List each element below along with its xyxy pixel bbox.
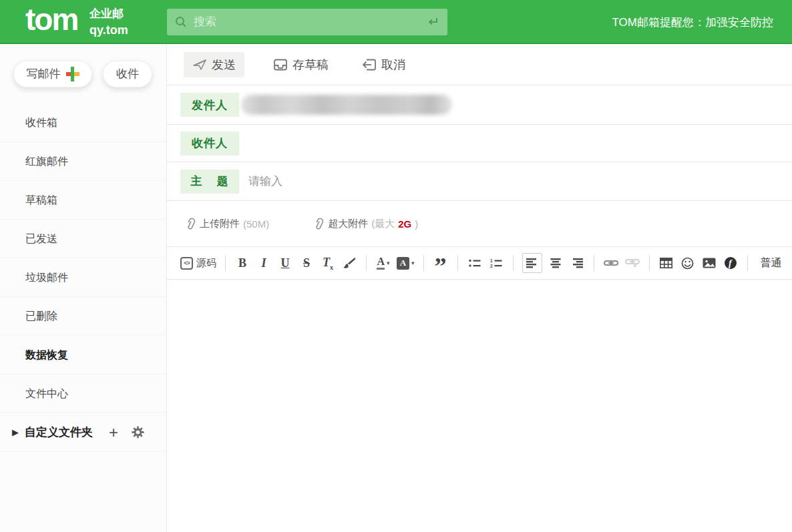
cancel-back-icon	[362, 58, 377, 71]
upload-attachment-label: 上传附件	[200, 218, 240, 230]
custom-folder-label[interactable]: 自定义文件夹	[25, 425, 93, 440]
from-field-row: 发件人	[167, 85, 792, 125]
large-attachment-label: 超大附件	[328, 218, 368, 230]
sidebar-item-data-recovery[interactable]: 数据恢复	[0, 336, 166, 374]
large-attachment-button[interactable]: 超大附件 (最大 2G )	[313, 218, 418, 230]
sidebar-item-drafts[interactable]: 草稿箱	[0, 181, 166, 220]
align-left-button[interactable]	[522, 253, 542, 273]
sidebar-item-file-center[interactable]: 文件中心	[0, 374, 166, 413]
toolbar-separator	[457, 255, 458, 271]
chevron-down-icon: ▾	[387, 260, 390, 266]
to-field-row[interactable]: 收件人	[167, 125, 792, 162]
insert-table-button[interactable]	[658, 253, 674, 273]
app-header: tom 企业邮 qy.tom TOM邮箱提醒您：加强安全防控	[0, 0, 792, 44]
flash-icon: f	[724, 256, 737, 270]
background-color-button[interactable]: A ▾	[397, 253, 415, 273]
paragraph-format-dropdown[interactable]: 普通	[761, 256, 782, 270]
strikethrough-button[interactable]: S	[299, 253, 315, 273]
image-icon	[703, 258, 716, 268]
brand-line2: qy.tom	[89, 22, 128, 38]
align-right-button[interactable]	[569, 253, 585, 273]
bold-button[interactable]: B	[234, 253, 250, 273]
upload-attachment-button[interactable]: 上传附件 (50M)	[185, 218, 269, 230]
compose-mail-button[interactable]: 写邮件	[13, 61, 92, 87]
insert-link-button[interactable]	[603, 253, 619, 273]
compose-row: 写邮件 收件	[0, 44, 166, 103]
sidebar: 写邮件 收件 收件箱 红旗邮件 草稿箱 已发送 垃圾邮件 已删除 数据恢复 文件…	[0, 44, 167, 532]
brand-line1: 企业邮	[89, 7, 128, 22]
cancel-label: 取消	[381, 57, 405, 73]
table-icon	[660, 258, 672, 268]
paperclip-icon	[185, 218, 196, 230]
numbered-list-button[interactable]: 1 2	[488, 253, 504, 273]
add-folder-icon[interactable]: +	[109, 423, 118, 442]
source-code-label: 源码	[196, 257, 216, 270]
smiley-icon	[681, 257, 694, 270]
numbered-list-icon: 1 2	[490, 258, 502, 268]
search-box[interactable]	[167, 9, 447, 35]
large-attachment-limit-suffix: )	[415, 218, 418, 230]
search-icon	[175, 16, 187, 28]
sender-address-redacted[interactable]	[241, 95, 452, 115]
to-label: 收件人	[180, 131, 239, 156]
compose-action-bar: 发送 存草稿 取消	[167, 44, 792, 85]
compose-label: 写邮件	[27, 66, 61, 81]
unlink-icon	[625, 258, 640, 268]
subject-input[interactable]	[248, 175, 582, 188]
send-label: 发送	[212, 57, 236, 73]
sidebar-item-spam[interactable]: 垃圾邮件	[0, 258, 166, 297]
compose-plus-icon	[66, 67, 79, 81]
sidebar-item-deleted[interactable]: 已删除	[0, 297, 166, 336]
svg-text:2: 2	[490, 264, 493, 268]
tom-logo: tom	[25, 1, 77, 37]
align-center-button[interactable]	[548, 253, 564, 273]
chevron-down-icon: ▾	[411, 260, 415, 266]
sidebar-item-flagged[interactable]: 红旗邮件	[0, 142, 166, 181]
toolbar-separator	[747, 255, 748, 271]
brand-block: 企业邮 qy.tom	[89, 7, 128, 38]
compose-pane: 发送 存草稿 取消 发件人 收件人 主 题	[167, 44, 792, 532]
subject-field-row: 主 题	[167, 162, 792, 201]
paperclip-icon	[313, 218, 325, 230]
search-input[interactable]	[194, 15, 426, 29]
text-color-button[interactable]: A ▾	[375, 253, 391, 273]
toolbar-separator	[513, 255, 514, 271]
italic-button[interactable]: I	[256, 253, 272, 273]
sidebar-item-sent[interactable]: 已发送	[0, 220, 166, 258]
send-plane-icon	[192, 58, 207, 71]
receive-mail-button[interactable]: 收件	[103, 61, 152, 87]
insert-flash-button[interactable]: f	[723, 253, 739, 273]
editor-toolbar: <> 源码 B I U S Tx A ▾ A ▾ ”	[167, 247, 792, 280]
brush-icon	[343, 256, 356, 270]
underline-button[interactable]: U	[277, 253, 293, 273]
toolbar-separator	[366, 255, 367, 271]
insert-emoji-button[interactable]	[680, 253, 696, 273]
search-enter-icon[interactable]	[426, 16, 439, 28]
remove-link-button[interactable]	[624, 253, 640, 273]
editor-canvas[interactable]	[167, 280, 792, 532]
save-draft-button[interactable]: 存草稿	[273, 57, 329, 73]
cancel-button[interactable]: 取消	[362, 57, 405, 73]
bullet-list-button[interactable]	[467, 253, 483, 273]
source-code-button[interactable]: <> 源码	[180, 253, 216, 273]
align-right-icon	[571, 258, 583, 268]
subject-label: 主 题	[180, 170, 239, 194]
send-button[interactable]: 发送	[184, 52, 244, 77]
security-notice: TOM邮箱提醒您：加强安全防控	[612, 15, 773, 30]
insert-image-button[interactable]	[701, 253, 717, 273]
save-draft-label: 存草稿	[292, 57, 329, 73]
align-center-icon	[550, 258, 562, 268]
format-painter-button[interactable]	[341, 253, 357, 273]
link-icon	[604, 258, 618, 268]
attachment-row: 上传附件 (50M) 超大附件 (最大 2G )	[167, 201, 792, 247]
bullet-list-icon	[469, 258, 481, 268]
blockquote-button[interactable]: ”	[433, 253, 449, 273]
toolbar-separator	[649, 255, 650, 271]
remove-format-button[interactable]: Tx	[320, 253, 336, 273]
large-attachment-limit-value: 2G	[398, 218, 411, 230]
folder-settings-gear-icon[interactable]	[132, 426, 144, 439]
expand-triangle-icon[interactable]: ▶	[12, 427, 19, 437]
sidebar-item-inbox[interactable]: 收件箱	[0, 103, 166, 142]
toolbar-separator	[423, 255, 424, 271]
svg-text:1: 1	[490, 258, 493, 263]
